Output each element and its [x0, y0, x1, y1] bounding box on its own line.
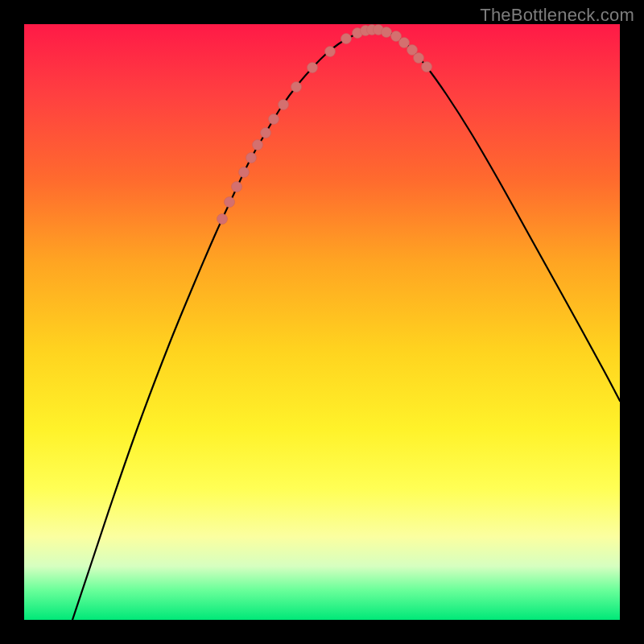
- marker-point: [341, 34, 352, 44]
- marker-point: [325, 47, 336, 57]
- marker-point: [382, 27, 392, 38]
- marker-point: [422, 62, 432, 72]
- marker-point: [269, 114, 279, 125]
- marker-point: [246, 153, 257, 163]
- marker-point: [414, 53, 424, 64]
- marker-point: [239, 167, 250, 178]
- marker-point: [291, 82, 302, 93]
- bottleneck-curve: [72, 30, 620, 620]
- marker-point: [217, 214, 228, 225]
- plot-area: [24, 24, 620, 620]
- marker-point: [399, 38, 410, 48]
- marker-point: [225, 197, 235, 208]
- marker-point: [261, 128, 271, 138]
- curve-svg: [24, 24, 620, 620]
- marker-point: [253, 140, 263, 151]
- chart-frame: TheBottleneck.com: [0, 0, 644, 644]
- marker-point: [308, 63, 318, 73]
- marker-point: [232, 182, 242, 192]
- watermark-text: TheBottleneck.com: [480, 5, 634, 26]
- marker-point: [279, 100, 289, 110]
